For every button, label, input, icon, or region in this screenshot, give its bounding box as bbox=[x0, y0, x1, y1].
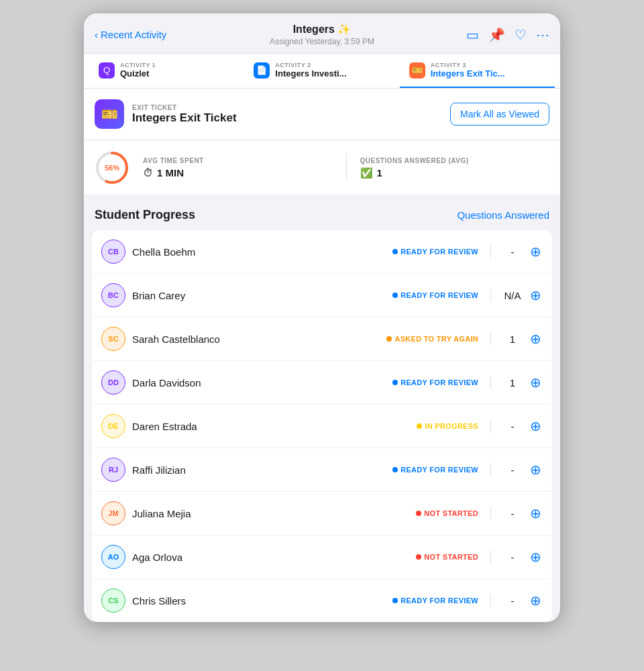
row-divider bbox=[490, 332, 491, 346]
header: ‹ Recent Activity Integers ✨ Assigned Ye… bbox=[84, 13, 560, 54]
header-subtitle: Assigned Yesterday, 3:59 PM bbox=[182, 37, 462, 46]
score-value: - bbox=[503, 552, 522, 563]
tab-exit-icon: 🎫 bbox=[409, 62, 425, 79]
status-badge: READY FOR REVIEW bbox=[392, 597, 478, 605]
row-divider bbox=[490, 594, 491, 607]
tab-investi-icon: 📄 bbox=[254, 62, 270, 79]
student-name: Darla Davidson bbox=[132, 377, 386, 389]
status-dot-icon bbox=[392, 467, 398, 472]
more-options-button[interactable]: ⊕ bbox=[529, 592, 543, 609]
tab-integers-investi[interactable]: 📄 ACTIVITY 2 Integers Investi... bbox=[244, 54, 399, 88]
questions-answered-link[interactable]: Questions Answered bbox=[457, 209, 549, 221]
table-row: DD Darla Davidson READY FOR REVIEW 1 ⊕ bbox=[92, 361, 552, 405]
status-dot-icon bbox=[417, 423, 422, 429]
more-icon[interactable]: ⋯ bbox=[536, 27, 549, 43]
header-title: Integers ✨ bbox=[182, 23, 462, 36]
exit-ticket-icon: 🎫 bbox=[95, 99, 124, 129]
percent-label: 56% bbox=[105, 164, 119, 172]
avatar: SC bbox=[101, 327, 125, 351]
table-row: AO Aga Orlova NOT STARTED - ⊕ bbox=[92, 535, 552, 579]
clock-icon: ⏱ bbox=[143, 167, 153, 178]
avatar: DE bbox=[101, 414, 125, 438]
status-badge: READY FOR REVIEW bbox=[392, 291, 478, 299]
tab-quizlet[interactable]: Q ACTIVITY 1 Quizlet bbox=[89, 54, 244, 88]
student-name: Aga Orlova bbox=[132, 552, 409, 563]
status-label: READY FOR REVIEW bbox=[400, 466, 478, 474]
status-dot-icon bbox=[392, 380, 398, 385]
row-divider bbox=[490, 289, 491, 302]
questions-avg-value: 1 bbox=[377, 167, 382, 178]
student-name: Juliana Mejia bbox=[132, 508, 409, 519]
status-dot-icon bbox=[416, 554, 421, 560]
student-name: Chella Boehm bbox=[132, 246, 386, 258]
tab2-label: ACTIVITY 2 bbox=[275, 62, 346, 68]
table-row: RJ Raffi Jilizian READY FOR REVIEW - ⊕ bbox=[92, 448, 552, 492]
row-divider bbox=[490, 507, 491, 520]
back-label: Recent Activity bbox=[101, 29, 166, 40]
student-name: Sarah Castelblanco bbox=[132, 333, 380, 345]
status-badge: READY FOR REVIEW bbox=[392, 248, 478, 256]
student-list: CB Chella Boehm READY FOR REVIEW - ⊕ BC … bbox=[92, 230, 552, 622]
avatar: DD bbox=[101, 370, 125, 395]
more-options-button[interactable]: ⊕ bbox=[529, 287, 543, 303]
tab2-name: Integers Investi... bbox=[275, 68, 346, 79]
score-value: N/A bbox=[503, 290, 522, 301]
more-options-button[interactable]: ⊕ bbox=[529, 549, 543, 565]
student-name: Raffi Jilizian bbox=[132, 464, 386, 476]
student-name: Brian Carey bbox=[132, 290, 386, 301]
back-button[interactable]: ‹ Recent Activity bbox=[95, 29, 182, 40]
avatar: CB bbox=[101, 240, 125, 264]
status-label: READY FOR REVIEW bbox=[400, 248, 478, 256]
more-options-button[interactable]: ⊕ bbox=[529, 505, 543, 521]
score-value: - bbox=[503, 246, 522, 258]
status-badge: READY FOR REVIEW bbox=[392, 466, 478, 474]
status-dot-icon bbox=[392, 249, 398, 254]
status-label: NOT STARTED bbox=[424, 553, 478, 561]
student-name: Daren Estrada bbox=[132, 421, 410, 432]
status-label: READY FOR REVIEW bbox=[400, 597, 478, 605]
score-value: - bbox=[503, 595, 522, 607]
tabs: Q ACTIVITY 1 Quizlet 📄 ACTIVITY 2 Intege… bbox=[84, 54, 560, 89]
exit-ticket-title: Integers Exit Ticket bbox=[132, 111, 237, 125]
score-value: - bbox=[503, 464, 522, 476]
row-divider bbox=[490, 419, 491, 433]
heart-icon[interactable]: ♡ bbox=[515, 27, 527, 43]
exit-ticket-type: EXIT TICKET bbox=[132, 104, 237, 111]
status-label: ASKED TO TRY AGAIN bbox=[394, 335, 478, 343]
avatar: BC bbox=[101, 283, 125, 307]
avg-time-value: 1 MIN bbox=[157, 167, 184, 178]
pin-icon[interactable]: 📌 bbox=[488, 27, 505, 43]
duplicate-icon[interactable]: ▭ bbox=[466, 27, 479, 43]
more-options-button[interactable]: ⊕ bbox=[529, 418, 543, 434]
mark-viewed-button[interactable]: Mark All as Viewed bbox=[450, 103, 549, 125]
avatar: RJ bbox=[101, 458, 125, 482]
stats-bar: 56% AVG TIME SPENT ⏱ 1 MIN QUESTIONS ANS… bbox=[84, 141, 560, 195]
more-options-button[interactable]: ⊕ bbox=[529, 244, 543, 260]
table-row: CS Chris Sillers READY FOR REVIEW - ⊕ bbox=[92, 579, 552, 622]
student-name: Chris Sillers bbox=[132, 595, 386, 607]
score-value: 1 bbox=[503, 333, 522, 345]
score-value: 1 bbox=[503, 377, 522, 389]
status-label: READY FOR REVIEW bbox=[400, 378, 478, 386]
row-divider bbox=[490, 376, 491, 389]
avatar: JM bbox=[101, 501, 125, 525]
row-divider bbox=[490, 463, 491, 476]
avg-time-stat: AVG TIME SPENT ⏱ 1 MIN bbox=[143, 157, 333, 178]
status-dot-icon bbox=[392, 293, 398, 298]
exit-ticket-header: 🎫 EXIT TICKET Integers Exit Ticket Mark … bbox=[84, 89, 560, 140]
status-label: NOT STARTED bbox=[424, 509, 478, 517]
tab1-name: Quizlet bbox=[120, 68, 156, 79]
more-options-button[interactable]: ⊕ bbox=[529, 374, 543, 391]
more-options-button[interactable]: ⊕ bbox=[529, 331, 543, 347]
tab-integers-exit[interactable]: 🎫 ACTIVITY 3 Integers Exit Tic... bbox=[400, 54, 555, 88]
questions-stat: QUESTIONS ANSWERED (AVG) ✅ 1 bbox=[360, 157, 550, 179]
status-dot-icon bbox=[386, 336, 392, 342]
status-badge: NOT STARTED bbox=[416, 509, 478, 517]
status-badge: READY FOR REVIEW bbox=[392, 378, 478, 386]
status-dot-icon bbox=[392, 598, 398, 603]
checkmark-icon: ✅ bbox=[360, 167, 373, 179]
questions-avg-label: QUESTIONS ANSWERED (AVG) bbox=[360, 157, 469, 164]
avatar: AO bbox=[101, 545, 125, 569]
more-options-button[interactable]: ⊕ bbox=[529, 462, 543, 478]
status-badge: NOT STARTED bbox=[416, 553, 478, 561]
